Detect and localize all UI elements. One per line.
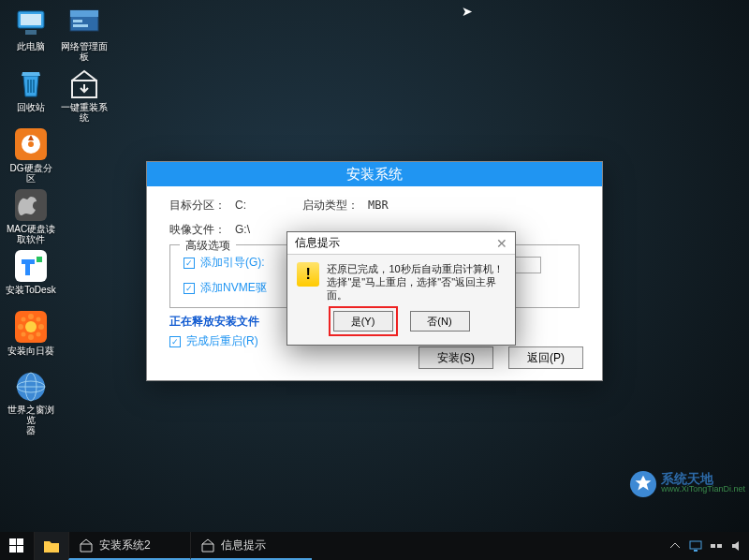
- install-button[interactable]: 安装(S): [419, 346, 493, 369]
- svg-rect-5: [33, 80, 35, 93]
- watermark: 系统天地 www.XiTongTianDi.net: [629, 470, 745, 498]
- svg-rect-32: [17, 538, 23, 545]
- taskbar-explorer[interactable]: [34, 532, 68, 560]
- taskbar-item-label: 安装系统2: [99, 538, 151, 553]
- svg-rect-27: [70, 10, 98, 17]
- desktop-icon-recycle[interactable]: 回收站: [6, 66, 56, 125]
- svg-point-15: [28, 334, 34, 340]
- svg-point-8: [28, 141, 34, 147]
- svg-rect-3: [27, 80, 29, 93]
- folder-icon: [44, 538, 59, 553]
- svg-rect-2: [25, 30, 37, 35]
- watermark-brand: 系统天地: [661, 474, 745, 484]
- todesk-icon: [14, 249, 48, 283]
- svg-rect-1: [21, 14, 41, 25]
- desktop-icon-label: 一键重装系统: [59, 102, 110, 123]
- warning-icon: [297, 262, 319, 287]
- pc-icon: [14, 6, 48, 39]
- desktop-icon-label: 此电脑: [17, 41, 45, 52]
- svg-point-19: [37, 317, 41, 322]
- mac-icon: [14, 188, 48, 222]
- desktop-icon-label: MAC硬盘读 取软件: [7, 224, 55, 244]
- image-value: G:\: [235, 223, 250, 236]
- svg-rect-4: [30, 80, 32, 93]
- desktop-icon-mac[interactable]: MAC硬盘读 取软件: [6, 188, 56, 246]
- svg-point-14: [28, 314, 34, 319]
- start-button[interactable]: [0, 532, 34, 560]
- reinstall-icon: [79, 538, 94, 553]
- dialog-no-button[interactable]: 否(N): [410, 311, 470, 332]
- svg-rect-29: [73, 24, 88, 27]
- dialog-close-button[interactable]: ✕: [496, 236, 507, 251]
- watermark-url: www.XiTongTianDi.net: [661, 484, 745, 494]
- desktop-icon-label: DG硬盘分区: [6, 163, 56, 184]
- desktop-icon-sunflower[interactable]: 安装向日葵: [6, 310, 56, 368]
- svg-point-21: [37, 332, 41, 337]
- svg-rect-33: [9, 546, 16, 553]
- desktop-icon-label: 回收站: [17, 102, 45, 112]
- desktop-icon-column-2: 网络管理面板 一键重装系统: [59, 6, 110, 125]
- reinstall-icon: [67, 66, 101, 100]
- taskbar-item-install[interactable]: 安装系统2: [68, 532, 190, 560]
- back-button[interactable]: 返回(P): [508, 346, 583, 369]
- desktop-icon-label: 世界之窗浏览 器: [6, 405, 56, 435]
- dg-icon: [14, 127, 48, 161]
- advanced-legend: 高级选项: [180, 238, 236, 254]
- svg-rect-37: [711, 544, 715, 548]
- recycle-icon: [14, 66, 48, 100]
- tray-network-icon[interactable]: [708, 538, 725, 554]
- image-label: 映像文件：: [169, 222, 235, 238]
- windows-icon: [9, 538, 24, 553]
- target-label: 目标分区：: [169, 198, 235, 214]
- system-tray: [667, 532, 749, 560]
- reinstall-icon: [200, 538, 215, 553]
- cursor-icon: ➤: [462, 4, 473, 19]
- svg-rect-36: [694, 550, 698, 552]
- svg-rect-34: [17, 546, 23, 553]
- tray-up-icon[interactable]: [667, 538, 683, 554]
- desktop-icon-browser[interactable]: 世界之窗浏览 器: [6, 371, 56, 429]
- tray-monitor-icon[interactable]: [687, 538, 704, 554]
- sunflower-icon: [14, 310, 48, 344]
- desktop-icon-label: 网络管理面板: [59, 41, 110, 62]
- tray-volume-icon[interactable]: [728, 538, 745, 554]
- desktop-icon-label: 安装ToDesk: [6, 285, 55, 295]
- taskbar-item-label: 信息提示: [221, 538, 266, 553]
- desktop-icon-dg[interactable]: DG硬盘分区: [6, 127, 56, 185]
- watermark-logo-icon: [629, 470, 657, 498]
- svg-rect-10: [15, 250, 47, 282]
- svg-point-18: [22, 317, 26, 322]
- taskbar: 安装系统2 信息提示: [0, 532, 749, 560]
- svg-rect-35: [690, 541, 701, 549]
- dialog-yes-button[interactable]: 是(Y): [333, 311, 393, 332]
- svg-rect-28: [73, 20, 82, 22]
- globe-icon: [14, 371, 48, 403]
- desktop-icon-netpanel[interactable]: 网络管理面板: [59, 6, 110, 64]
- svg-rect-11: [37, 257, 42, 262]
- svg-rect-31: [9, 538, 16, 545]
- svg-point-16: [18, 324, 23, 330]
- boot-label: 启动类型：: [302, 198, 368, 214]
- desktop-icon-todesk[interactable]: 安装ToDesk: [6, 249, 56, 307]
- desktop-icon-column-1: 此电脑 回收站 DG硬盘分区 MAC硬盘读 取软件 安装ToDesk 安装向日葵…: [6, 6, 56, 429]
- desktop-icon-label: 安装向日葵: [7, 346, 54, 356]
- desktop-icon-this-pc[interactable]: 此电脑: [6, 6, 56, 64]
- info-dialog: 信息提示 ✕ 还原已完成，10秒后自动重启计算机！ 选择"是"马上重启，选择"否…: [286, 231, 516, 346]
- svg-point-13: [25, 321, 37, 332]
- dialog-title: 信息提示: [295, 235, 340, 251]
- svg-rect-38: [717, 544, 722, 548]
- install-window-title: 安装系统: [147, 162, 602, 186]
- svg-point-20: [22, 332, 26, 337]
- target-value: C:: [235, 199, 246, 212]
- svg-point-17: [38, 324, 44, 330]
- netpanel-icon: [67, 6, 101, 39]
- desktop-icon-reinstall[interactable]: 一键重装系统: [59, 66, 110, 125]
- boot-value: MBR: [368, 199, 389, 212]
- taskbar-item-dialog[interactable]: 信息提示: [190, 532, 312, 560]
- dialog-message: 还原已完成，10秒后自动重启计算机！ 选择"是"马上重启，选择"否"返回主界面。: [327, 262, 506, 302]
